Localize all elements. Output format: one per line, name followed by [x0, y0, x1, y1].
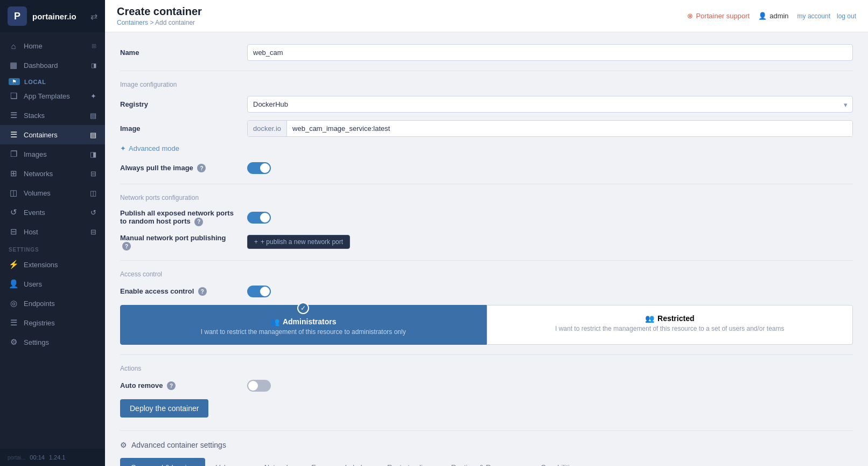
advanced-mode-link[interactable]: ✦ Advanced mode: [120, 144, 179, 152]
tabs-bar: Command & logging Volumes Network Env La…: [120, 458, 853, 466]
name-input[interactable]: [247, 44, 853, 61]
content-area: Name Image configuration Registry Docker…: [105, 32, 868, 466]
sidebar-item-images[interactable]: ❐ Images ◨: [0, 144, 105, 164]
tab-labels[interactable]: Labels: [334, 458, 376, 466]
images-icon-right: ◨: [90, 150, 96, 158]
publish-all-ports-toggle[interactable]: [247, 212, 271, 224]
sidebar-item-host[interactable]: ⊟ Host ⊟: [0, 222, 105, 241]
events-icon-right: ↺: [90, 208, 96, 217]
sidebar-item-networks[interactable]: ⊞ Networks ⊟: [0, 164, 105, 183]
manual-port-help-icon[interactable]: ?: [122, 242, 131, 251]
tab-capabilities[interactable]: Capabilities: [530, 458, 587, 466]
registries-icon: ☰: [9, 318, 18, 328]
sidebar-item-endpoints[interactable]: ◎ Endpoints: [0, 294, 105, 313]
breadcrumb-parent[interactable]: Containers: [117, 19, 148, 26]
home-icon-right: ⊞: [92, 43, 96, 50]
sidebar-item-stacks[interactable]: ☰ Stacks ▤: [0, 106, 105, 125]
support-icon: ⊗: [687, 12, 693, 20]
settings-section-label: SETTINGS: [0, 241, 105, 255]
auto-remove-toggle[interactable]: [247, 380, 271, 392]
admin-menu[interactable]: 👤 admin: [758, 12, 788, 20]
sidebar-logo-text: portainer.io: [32, 12, 76, 21]
tab-volumes[interactable]: Volumes: [205, 458, 254, 466]
sidebar-item-dashboard[interactable]: ▦ Dashboard ◨: [0, 55, 105, 75]
publish-ports-help-icon[interactable]: ?: [194, 218, 203, 226]
restricted-card[interactable]: 👥 Restricted I want to restrict the mana…: [487, 305, 853, 345]
containers-icon: ☰: [9, 130, 18, 140]
sidebar-item-settings[interactable]: ⚙ Settings: [0, 332, 105, 352]
tab-runtime-resources[interactable]: Runtime & Resources: [440, 458, 530, 466]
app-templates-icon-right: ✦: [90, 92, 96, 100]
enable-access-toggle[interactable]: [247, 286, 271, 297]
page-title: Create container: [117, 5, 202, 18]
publish-new-port-button[interactable]: + + publish a new network port: [247, 235, 350, 249]
users-icon: 👤: [9, 279, 18, 289]
advanced-settings-header[interactable]: ⚙ Advanced container settings: [120, 441, 853, 449]
log-out-link[interactable]: log out: [837, 12, 856, 20]
access-cards-container: ✓ 👥 Administrators I want to restrict th…: [120, 305, 853, 345]
my-account-link[interactable]: my account: [797, 12, 830, 20]
tab-restart-policy[interactable]: Restart policy: [376, 458, 440, 466]
sidebar-item-extensions[interactable]: ⚡ Extensions: [0, 255, 105, 274]
sidebar-item-users[interactable]: 👤 Users: [0, 274, 105, 294]
host-icon-right: ⊟: [90, 228, 96, 236]
always-pull-toggle[interactable]: [247, 162, 271, 174]
publish-port-btn-label: + publish a new network port: [261, 238, 343, 246]
enable-access-label: Enable access control ?: [120, 287, 239, 296]
sidebar-item-containers[interactable]: ☰ Containers ▤: [0, 125, 105, 144]
app-templates-icon: ❑: [9, 91, 18, 101]
image-input[interactable]: [287, 121, 852, 136]
host-icon: ⊟: [9, 227, 18, 237]
name-row: Name: [120, 44, 853, 61]
admin-user-icon: 👤: [758, 12, 767, 20]
enable-access-slider: [247, 286, 271, 297]
sidebar-item-app-templates[interactable]: ❑ App Templates ✦: [0, 86, 105, 106]
always-pull-row: Always pull the image ?: [120, 162, 853, 174]
sidebar-item-volumes[interactable]: ◫ Volumes ◫: [0, 183, 105, 203]
administrators-card[interactable]: ✓ 👥 Administrators I want to restrict th…: [120, 305, 487, 345]
divider-advanced-settings: [120, 430, 853, 431]
sidebar-item-label: Users: [24, 280, 42, 288]
sidebar-item-home[interactable]: ⌂ Home ⊞: [0, 37, 105, 55]
divider-image-config: [120, 71, 853, 71]
auto-remove-row: Auto remove ?: [120, 380, 853, 392]
topbar-left: Create container Containers > Add contai…: [117, 5, 202, 26]
deploy-button[interactable]: Deploy the container: [120, 399, 208, 418]
sidebar-item-label: Containers: [24, 131, 58, 139]
always-pull-label: Always pull the image ?: [120, 164, 239, 173]
settings-icon: ⚙: [9, 337, 18, 347]
publish-all-ports-label: Publish all exposed network ports to ran…: [120, 209, 239, 226]
advanced-settings-label: Advanced container settings: [131, 441, 226, 449]
gear-icon: ⚙: [120, 441, 127, 449]
divider-access-control: [120, 260, 853, 261]
registry-select-wrapper: DockerHub: [247, 96, 853, 113]
auto-remove-help-icon[interactable]: ?: [167, 381, 176, 390]
tab-env[interactable]: Env: [300, 458, 334, 466]
image-label: Image: [120, 124, 239, 133]
topbar-account-links: my account log out: [797, 12, 856, 20]
sidebar-collapse-button[interactable]: ⇄: [90, 11, 97, 22]
stacks-icon: ☰: [9, 110, 18, 120]
advanced-mode-icon: ✦: [120, 144, 126, 152]
dashboard-icon: ▦: [9, 60, 18, 70]
sidebar-item-registries[interactable]: ☰ Registries: [0, 313, 105, 332]
stacks-icon-right: ▤: [90, 112, 96, 120]
extensions-icon: ⚡: [9, 260, 18, 269]
sidebar-item-events[interactable]: ↺ Events ↺: [0, 203, 105, 222]
image-config-label: Image configuration: [120, 81, 853, 88]
sidebar-item-label: Events: [24, 208, 45, 217]
tab-network[interactable]: Network: [254, 458, 301, 466]
restricted-card-icon: 👥: [645, 314, 654, 323]
sidebar-item-label: Extensions: [24, 261, 58, 269]
portainer-support-link[interactable]: ⊗ Portainer support: [687, 12, 750, 20]
access-help-icon[interactable]: ?: [198, 287, 207, 296]
topbar: Create container Containers > Add contai…: [105, 0, 868, 32]
sidebar-item-label: Volumes: [24, 189, 51, 197]
volumes-icon: ◫: [9, 188, 18, 198]
images-icon: ❐: [9, 149, 18, 159]
tab-command-logging[interactable]: Command & logging: [120, 458, 205, 466]
always-pull-help-icon[interactable]: ?: [197, 164, 206, 172]
registry-select[interactable]: DockerHub: [247, 96, 853, 113]
sidebar-item-label: Stacks: [24, 112, 45, 120]
image-row: Image docker.io: [120, 120, 853, 137]
